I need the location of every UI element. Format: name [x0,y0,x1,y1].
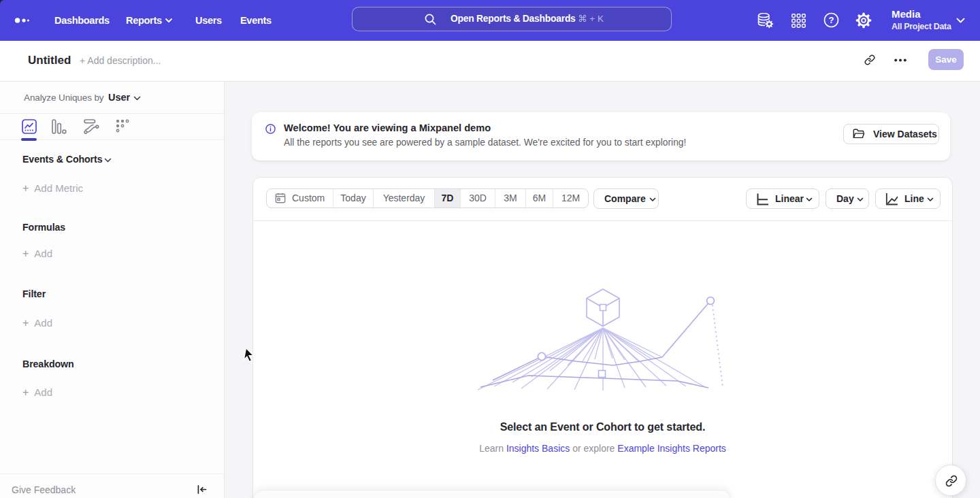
svg-text:?: ? [829,15,834,25]
